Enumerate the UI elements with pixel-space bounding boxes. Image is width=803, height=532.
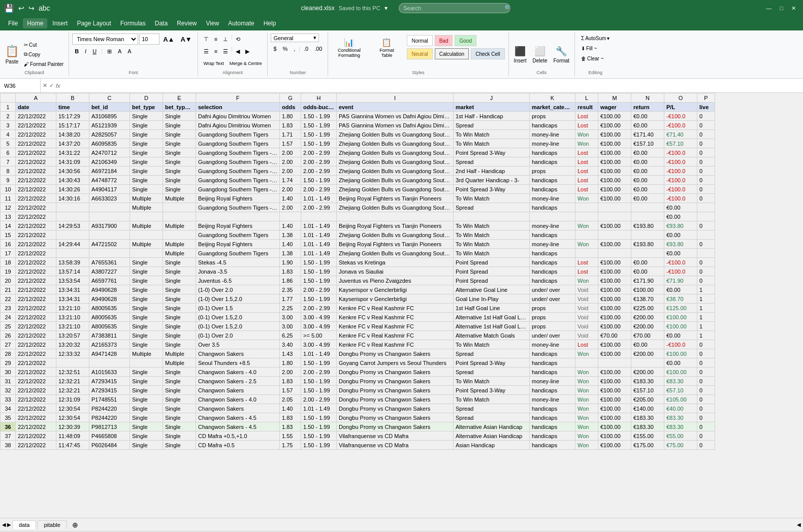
cell-c34[interactable]: P8244220 — [89, 404, 130, 413]
cell-l22[interactable]: Void — [575, 294, 598, 304]
cell-f28[interactable]: Changwon Sakers — [196, 349, 280, 358]
cell-o8[interactable]: -€100.0 — [664, 167, 697, 176]
cell-i10[interactable]: Zhejiang Golden Bulls vs Guangdong South… — [337, 185, 454, 194]
cell-b33[interactable]: 12:31:09 — [56, 395, 89, 404]
row-num-7[interactable]: 7 — [1, 157, 16, 167]
cell-k11[interactable]: money-line — [530, 194, 575, 203]
col-header-i[interactable]: I — [337, 93, 454, 103]
cell-b19[interactable]: 13:57:14 — [56, 267, 89, 276]
cell-n23[interactable]: €225.00 — [631, 304, 664, 313]
cell-i11[interactable]: Beijing Royal Fighters vs Tianjin Pionee… — [337, 194, 454, 203]
cell-f38[interactable]: CD Mafra +0.5 — [196, 441, 280, 450]
cell-e14[interactable]: Multiple — [163, 221, 196, 230]
cell-d14[interactable]: Multiple — [130, 221, 163, 230]
cell-b27[interactable]: 13:20:32 — [56, 340, 89, 349]
quick-access-undo[interactable]: ↩ — [18, 4, 24, 12]
merge-center-button[interactable]: Merge & Centre — [227, 58, 265, 69]
cell-e20[interactable]: Single — [163, 276, 196, 285]
cell-c1[interactable]: bet_id — [89, 103, 130, 112]
cell-c32[interactable]: A7293415 — [89, 386, 130, 395]
cell-c4[interactable]: A2825057 — [89, 130, 130, 139]
tab-data[interactable]: data — [12, 520, 36, 529]
cell-n25[interactable]: €200.00 — [631, 322, 664, 331]
cell-i18[interactable]: Stekas vs Kretinga — [337, 258, 454, 267]
cell-n18[interactable]: €0.00 — [631, 258, 664, 267]
cell-l16[interactable]: Won — [575, 240, 598, 249]
cell-k35[interactable]: handicaps — [530, 413, 575, 422]
cell-j36[interactable]: Alternative Asian Handicap — [454, 422, 530, 431]
quick-access-spell[interactable]: abc — [39, 4, 50, 12]
cell-d33[interactable]: Single — [130, 395, 163, 404]
cell-f30[interactable]: Changwon Sakers - 4.0 — [196, 368, 280, 377]
cell-d9[interactable]: Single — [130, 176, 163, 185]
cell-j28[interactable]: Spread — [454, 349, 530, 358]
col-header-f[interactable]: F — [196, 93, 280, 103]
cell-k38[interactable]: handicaps — [530, 441, 575, 450]
cell-p25[interactable]: 1 — [697, 322, 715, 331]
quick-access-redo[interactable]: ↪ — [28, 4, 35, 12]
cell-i31[interactable]: Dongbu Promy vs Changwon Sakers — [337, 377, 454, 386]
align-right-button[interactable]: ☰ — [220, 46, 231, 57]
cell-g16[interactable]: 1.40 — [280, 240, 301, 249]
cell-k27[interactable]: money-line — [530, 340, 575, 349]
cell-k10[interactable]: handicaps — [530, 185, 575, 194]
row-num-5[interactable]: 5 — [1, 139, 16, 148]
scroll-right-icon[interactable]: ▶ — [7, 522, 11, 527]
cell-a29[interactable]: 22/12/2022 — [16, 358, 56, 368]
cell-m34[interactable]: €100.00 — [598, 404, 631, 413]
row-num-12[interactable]: 12 — [1, 203, 16, 212]
row-num-33[interactable]: 33 — [1, 395, 16, 404]
cell-m35[interactable]: €100.00 — [598, 413, 631, 422]
cell-n6[interactable]: €0.00 — [631, 148, 664, 157]
cell-b25[interactable]: 13:21:10 — [56, 322, 89, 331]
cell-o6[interactable]: -€100.0 — [664, 148, 697, 157]
row-num-31[interactable]: 31 — [1, 377, 16, 386]
cell-b31[interactable]: 12:32:21 — [56, 377, 89, 386]
row-num-27[interactable]: 27 — [1, 340, 16, 349]
cell-b21[interactable]: 13:34:31 — [56, 285, 89, 294]
cell-c16[interactable]: A4721502 — [89, 240, 130, 249]
row-num-3[interactable]: 3 — [1, 121, 16, 130]
delete-button[interactable]: ⬜ Delete — [531, 40, 550, 69]
cell-h4[interactable]: 1.50 - 1.99 — [301, 130, 337, 139]
cell-a37[interactable]: 22/12/2022 — [16, 431, 56, 441]
cell-e24[interactable]: Single — [163, 313, 196, 322]
cell-i1[interactable]: event — [337, 103, 454, 112]
decrease-font-button[interactable]: A▼ — [178, 34, 194, 45]
cell-g9[interactable]: 1.74 — [280, 176, 301, 185]
cell-k9[interactable]: handicaps — [530, 176, 575, 185]
cell-k17[interactable]: handicaps — [530, 249, 575, 258]
row-num-13[interactable]: 13 — [1, 212, 16, 221]
cell-l18[interactable]: Lost — [575, 258, 598, 267]
cell-m11[interactable]: €100.00 — [598, 194, 631, 203]
cell-h10[interactable]: 2.00 - 2.99 — [301, 185, 337, 194]
cell-f11[interactable]: Beijing Royal Fighters — [196, 194, 280, 203]
cell-e10[interactable]: Single — [163, 185, 196, 194]
cell-c37[interactable]: P4665808 — [89, 431, 130, 441]
cell-i4[interactable]: Zhejiang Golden Bulls vs Guangdong South… — [337, 130, 454, 139]
cell-i36[interactable]: Dongbu Promy vs Changwon Sakers — [337, 422, 454, 431]
cell-p20[interactable]: 0 — [697, 276, 715, 285]
cell-p19[interactable]: 0 — [697, 267, 715, 276]
cell-e34[interactable]: Single — [163, 404, 196, 413]
cell-g25[interactable]: 3.00 — [280, 322, 301, 331]
cell-i9[interactable]: Zhejiang Golden Bulls vs Guangdong South… — [337, 176, 454, 185]
col-header-p[interactable]: P — [697, 93, 715, 103]
cell-e6[interactable]: Single — [163, 148, 196, 157]
cell-e23[interactable]: Single — [163, 304, 196, 313]
cell-a20[interactable]: 22/12/2022 — [16, 276, 56, 285]
cell-p10[interactable]: 0 — [697, 185, 715, 194]
style-bad[interactable]: Bad — [435, 35, 453, 46]
cell-l20[interactable]: Won — [575, 276, 598, 285]
cell-o28[interactable]: €100.00 — [664, 349, 697, 358]
cell-f8[interactable]: Guangdong Southern Tigers -7.5 — [196, 167, 280, 176]
cell-d6[interactable]: Single — [130, 148, 163, 157]
cell-b5[interactable]: 14:37:20 — [56, 139, 89, 148]
cell-a14[interactable]: 22/12/2022 — [16, 221, 56, 230]
cell-l11[interactable]: Won — [575, 194, 598, 203]
col-header-c[interactable]: C — [89, 93, 130, 103]
align-top-button[interactable]: ⊤ — [201, 34, 211, 45]
cell-e35[interactable]: Single — [163, 413, 196, 422]
cell-f36[interactable]: Changwon Sakers - 4.5 — [196, 422, 280, 431]
cell-o38[interactable]: €75.00 — [664, 441, 697, 450]
